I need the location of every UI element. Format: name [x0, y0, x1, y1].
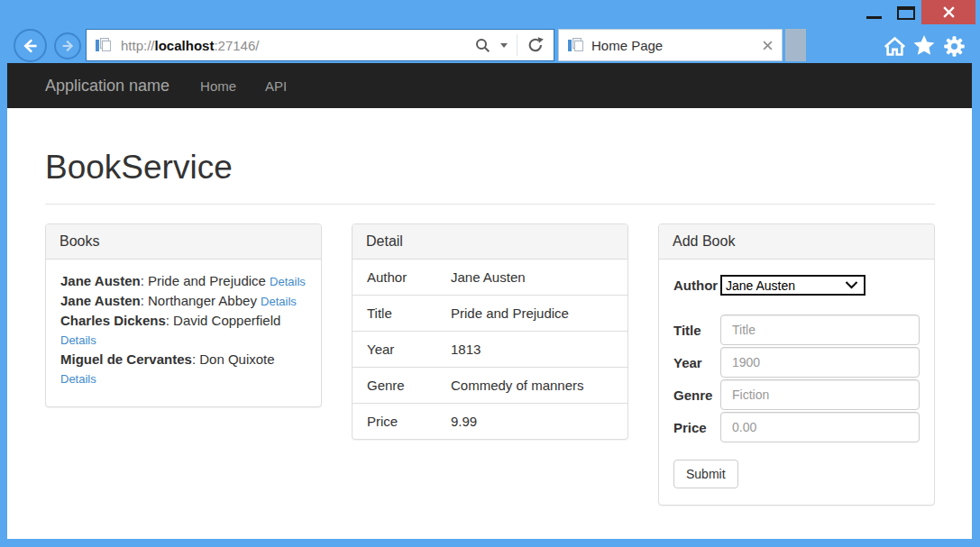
page-content-frame: Application name Home API BookService Bo… — [7, 63, 972, 539]
forward-button[interactable] — [54, 32, 81, 59]
year-label: Year — [673, 355, 720, 370]
books-panel: Books Jane Austen: Pride and Prejudice D… — [45, 223, 322, 407]
book-separator: : — [141, 293, 148, 308]
submit-button[interactable]: Submit — [673, 460, 738, 488]
address-bar-divider — [517, 34, 517, 56]
title-field-row: Title — [673, 315, 920, 345]
detail-table: Author Jane Austen Title Pride and Preju… — [353, 260, 627, 439]
title-input[interactable] — [720, 315, 920, 345]
year-field-row: Year — [673, 347, 920, 378]
address-bar[interactable]: http://localhost:27146/ — [86, 29, 554, 61]
book-author: Charles Dickens — [60, 313, 166, 328]
home-button[interactable] — [882, 33, 907, 59]
detail-label: Title — [353, 296, 436, 332]
detail-label: Genre — [353, 368, 436, 404]
book-author: Miguel de Cervantes — [60, 351, 192, 367]
year-input[interactable] — [720, 347, 920, 378]
new-tab-button[interactable] — [785, 29, 806, 61]
detail-row: Year 1813 — [353, 332, 627, 368]
url-text: http://localhost:27146/ — [121, 38, 474, 53]
add-book-form: Author Jane Austen Title — [659, 260, 934, 505]
book-entry: Jane Austen: Pride and Prejudice Details — [60, 271, 307, 291]
back-button[interactable] — [14, 29, 47, 62]
settings-button[interactable] — [941, 33, 966, 59]
book-details-link[interactable]: Details — [270, 275, 306, 288]
book-details-link[interactable]: Details — [261, 295, 297, 308]
title-label: Title — [673, 323, 720, 338]
browser-window: http://localhost:27146/ Home Page — [0, 0, 980, 547]
detail-label: Price — [353, 404, 436, 440]
maximize-icon — [897, 6, 915, 20]
genre-label: Genre — [673, 387, 720, 403]
author-select[interactable]: Jane Austen — [720, 275, 866, 296]
detail-panel-heading: Detail — [353, 224, 627, 260]
fields-block: Title Year Genre — [673, 315, 920, 442]
back-arrow-icon — [21, 36, 41, 56]
maximize-button[interactable] — [897, 6, 915, 20]
minimize-icon — [866, 16, 882, 19]
chevron-down-icon — [845, 281, 858, 289]
book-details-link[interactable]: Details — [60, 333, 96, 347]
book-title: Pride and Prejudice — [148, 273, 266, 288]
home-icon — [883, 34, 907, 59]
books-list: Jane Austen: Pride and Prejudice Details… — [46, 260, 321, 406]
navbar-brand[interactable]: Application name — [45, 77, 169, 96]
url-scheme: http:// — [121, 38, 155, 53]
detail-value: Pride and Prejudice — [436, 296, 627, 332]
book-separator: : — [192, 351, 199, 367]
detail-value: Commedy of manners — [436, 368, 627, 404]
detail-panel: Detail Author Jane Austen Title Pride an… — [352, 223, 628, 440]
forward-arrow-icon — [60, 38, 76, 54]
add-book-panel: Add Book Author Jane Austen — [658, 223, 935, 506]
detail-value: Jane Austen — [436, 260, 627, 296]
book-separator: : — [166, 313, 173, 328]
search-dropdown-caret-icon[interactable] — [500, 43, 508, 48]
tab-page-icon — [566, 36, 584, 54]
url-host: localhost — [155, 38, 215, 53]
gear-icon — [942, 34, 966, 59]
detail-value: 1813 — [436, 332, 627, 368]
tab-home-page[interactable]: Home Page — [558, 29, 783, 61]
book-author: Jane Austen — [60, 273, 141, 288]
detail-row: Title Pride and Prejudice — [353, 296, 627, 332]
genre-field-row: Genre — [673, 379, 920, 410]
favorites-button[interactable] — [911, 33, 937, 59]
book-entry: Jane Austen: Northanger Abbey Details — [60, 291, 307, 311]
navbar: Application name Home API — [7, 63, 972, 108]
detail-value: 9.99 — [436, 404, 627, 440]
book-title: David Copperfield — [173, 313, 280, 328]
book-details-link[interactable]: Details — [60, 372, 96, 386]
book-author: Jane Austen — [60, 293, 141, 308]
detail-row: Price 9.99 — [353, 404, 627, 440]
navbar-link-api[interactable]: API — [265, 78, 287, 94]
page-title: BookService — [45, 149, 935, 187]
refresh-icon[interactable] — [527, 36, 545, 54]
genre-input[interactable] — [720, 379, 920, 410]
price-label: Price — [673, 420, 720, 435]
author-label: Author — [673, 278, 720, 293]
main-container: BookService Books Jane Austen: Pride and… — [45, 149, 935, 506]
close-icon — [942, 5, 956, 19]
detail-row: Author Jane Austen — [353, 260, 627, 296]
search-icon[interactable] — [474, 37, 491, 54]
page-icon — [94, 36, 112, 54]
page-title-divider — [45, 204, 935, 205]
close-window-button[interactable] — [921, 0, 975, 24]
author-select-value: Jane Austen — [726, 278, 845, 293]
star-icon — [911, 33, 937, 59]
navbar-link-home[interactable]: Home — [200, 78, 236, 94]
price-input[interactable] — [720, 412, 920, 442]
books-panel-heading: Books — [46, 224, 321, 260]
book-entry: Miguel de Cervantes: Don Quixote Details — [60, 350, 307, 388]
book-entry: Charles Dickens: David Copperfield Detai… — [60, 311, 307, 350]
add-book-panel-heading: Add Book — [659, 224, 934, 260]
tab-close-icon[interactable] — [763, 41, 773, 50]
author-field-row: Author Jane Austen — [673, 275, 920, 296]
price-field-row: Price — [673, 412, 920, 442]
book-title: Northanger Abbey — [148, 293, 257, 308]
minimize-button[interactable] — [863, 9, 886, 23]
detail-row: Genre Commedy of manners — [353, 368, 627, 404]
url-rest: :27146/ — [214, 38, 259, 53]
book-separator: : — [141, 273, 148, 288]
book-title: Don Quixote — [199, 351, 274, 367]
